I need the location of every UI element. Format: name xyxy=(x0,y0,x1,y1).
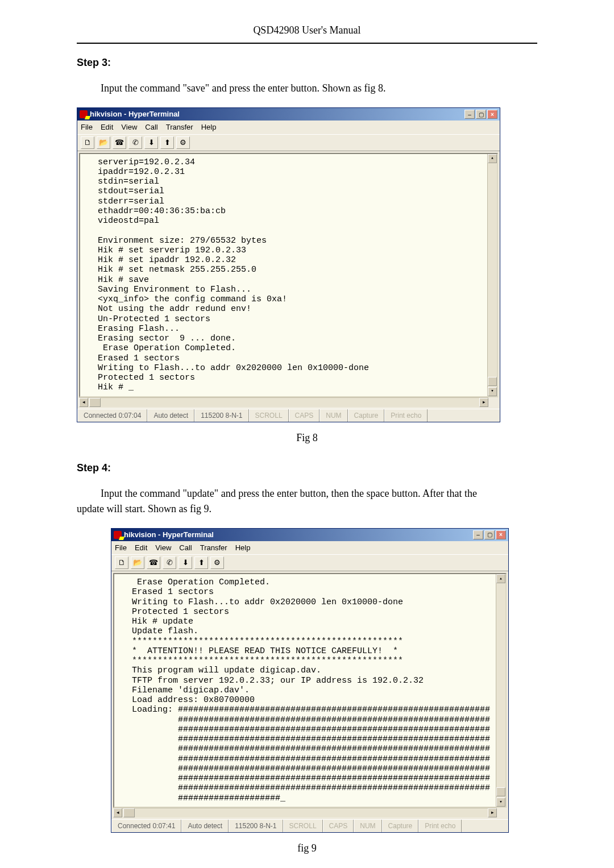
receive-icon[interactable]: ⬆ xyxy=(194,556,208,569)
statusbar: Connected 0:07:04 Auto detect 115200 8-N… xyxy=(77,409,500,422)
horizontal-scrollbar[interactable]: ◂ ▸ xyxy=(113,808,497,817)
status-echo: Print echo xyxy=(418,820,462,832)
new-icon[interactable]: 🗋 xyxy=(81,136,94,149)
scroll-up-icon[interactable]: ▴ xyxy=(488,154,497,163)
minimize-button[interactable]: – xyxy=(464,110,475,119)
minimize-button[interactable]: – xyxy=(473,530,483,539)
send-icon[interactable]: ⬇ xyxy=(144,136,158,149)
menubar: File Edit View Call Transfer Help xyxy=(111,541,508,555)
app-icon xyxy=(114,531,122,539)
open-icon[interactable]: 📂 xyxy=(97,136,110,149)
window-title: hikvision - HyperTerminal xyxy=(90,109,180,120)
titlebar[interactable]: hikvision - HyperTerminal – ▢ × xyxy=(111,529,508,541)
status-connected: Connected 0:07:41 xyxy=(111,820,181,832)
menubar: File Edit View Call Transfer Help xyxy=(77,121,500,134)
status-speed: 115200 8-N-1 xyxy=(229,820,283,832)
step3-body: Input the command "save" and press the e… xyxy=(77,81,537,96)
status-num: NUM xyxy=(354,820,381,832)
close-button[interactable]: × xyxy=(487,110,497,119)
send-icon[interactable]: ⬇ xyxy=(179,556,192,569)
menu-help[interactable]: Help xyxy=(235,542,251,554)
scroll-thumb[interactable] xyxy=(496,787,505,796)
header-rule xyxy=(77,43,537,44)
menu-edit[interactable]: Edit xyxy=(135,542,147,554)
horizontal-scrollbar[interactable]: ◂ ▸ xyxy=(79,397,488,407)
scroll-left-icon[interactable]: ◂ xyxy=(79,398,88,407)
maximize-button[interactable]: ▢ xyxy=(476,110,486,119)
connect-icon[interactable]: ☎ xyxy=(113,136,126,149)
connect-icon[interactable]: ☎ xyxy=(147,556,160,569)
terminal-output: Erase Operation Completed. Erased 1 sect… xyxy=(113,573,507,808)
menu-call[interactable]: Call xyxy=(179,542,192,554)
status-speed: 115200 8-N-1 xyxy=(194,409,248,422)
step3-heading: Step 3: xyxy=(77,55,537,70)
menu-help[interactable]: Help xyxy=(201,122,217,133)
statusbar: Connected 0:07:41 Auto detect 115200 8-N… xyxy=(111,819,508,832)
status-scroll: SCROLL xyxy=(249,409,289,422)
scroll-thumb[interactable] xyxy=(488,377,497,386)
hscroll-thumb[interactable] xyxy=(89,398,101,407)
status-caps: CAPS xyxy=(323,820,354,832)
scroll-right-icon[interactable]: ▸ xyxy=(488,808,497,817)
step4-heading: Step 4: xyxy=(77,460,537,476)
status-capture: Capture xyxy=(348,409,385,422)
status-connected: Connected 0:07:04 xyxy=(77,409,147,422)
menu-file[interactable]: File xyxy=(81,122,93,133)
properties-icon[interactable]: ⚙ xyxy=(176,136,190,149)
hyperterminal-window-fig8: hikvision - HyperTerminal – ▢ × File Edi… xyxy=(77,107,500,422)
step4-body: Input the command "update" and press the… xyxy=(77,486,537,517)
disconnect-icon[interactable]: ✆ xyxy=(163,556,176,569)
menu-view[interactable]: View xyxy=(121,122,137,133)
disconnect-icon[interactable]: ✆ xyxy=(128,136,142,149)
scroll-corner xyxy=(497,808,507,817)
hyperterminal-window-fig9: hikvision - HyperTerminal – ▢ × File Edi… xyxy=(111,528,509,833)
status-detect: Auto detect xyxy=(147,409,194,422)
status-detect: Auto detect xyxy=(181,820,229,832)
status-echo: Print echo xyxy=(384,409,428,422)
menu-file[interactable]: File xyxy=(115,542,127,554)
status-scroll: SCROLL xyxy=(283,820,323,832)
page-header-title: QSD42908 User's Manual xyxy=(77,23,537,38)
titlebar[interactable]: hikvision - HyperTerminal – ▢ × xyxy=(77,108,500,121)
scroll-down-icon[interactable]: ▾ xyxy=(488,387,497,396)
menu-transfer[interactable]: Transfer xyxy=(166,122,193,133)
close-button[interactable]: × xyxy=(496,530,506,539)
fig9-caption: fig 9 xyxy=(77,841,537,856)
new-icon[interactable]: 🗋 xyxy=(115,556,128,569)
menu-edit[interactable]: Edit xyxy=(101,122,113,133)
scroll-left-icon[interactable]: ◂ xyxy=(113,808,122,817)
hscroll-thumb[interactable] xyxy=(123,808,135,817)
toolbar: 🗋 📂 ☎ ✆ ⬇ ⬆ ⚙ xyxy=(77,134,500,151)
scroll-down-icon[interactable]: ▾ xyxy=(496,798,505,807)
scroll-up-icon[interactable]: ▴ xyxy=(496,574,505,583)
menu-call[interactable]: Call xyxy=(145,122,157,133)
scroll-corner xyxy=(488,397,498,407)
vertical-scrollbar[interactable]: ▴▾ xyxy=(487,154,497,396)
terminal-output: serverip=192.0.2.34 ipaddr=192.0.2.31 st… xyxy=(79,153,498,397)
properties-icon[interactable]: ⚙ xyxy=(210,556,224,569)
menu-view[interactable]: View xyxy=(155,542,171,554)
toolbar: 🗋 📂 ☎ ✆ ⬇ ⬆ ⚙ xyxy=(111,554,508,571)
status-caps: CAPS xyxy=(289,409,320,422)
vertical-scrollbar[interactable]: ▴▾ xyxy=(496,574,505,807)
menu-transfer[interactable]: Transfer xyxy=(200,542,227,554)
receive-icon[interactable]: ⬆ xyxy=(160,136,174,149)
status-num: NUM xyxy=(320,409,347,422)
app-icon xyxy=(80,110,88,118)
maximize-button[interactable]: ▢ xyxy=(484,530,495,539)
open-icon[interactable]: 📂 xyxy=(131,556,144,569)
window-title: hikvision - HyperTerminal xyxy=(124,529,214,541)
status-capture: Capture xyxy=(382,820,419,832)
scroll-right-icon[interactable]: ▸ xyxy=(479,398,488,407)
fig8-caption: Fig 8 xyxy=(77,430,537,446)
